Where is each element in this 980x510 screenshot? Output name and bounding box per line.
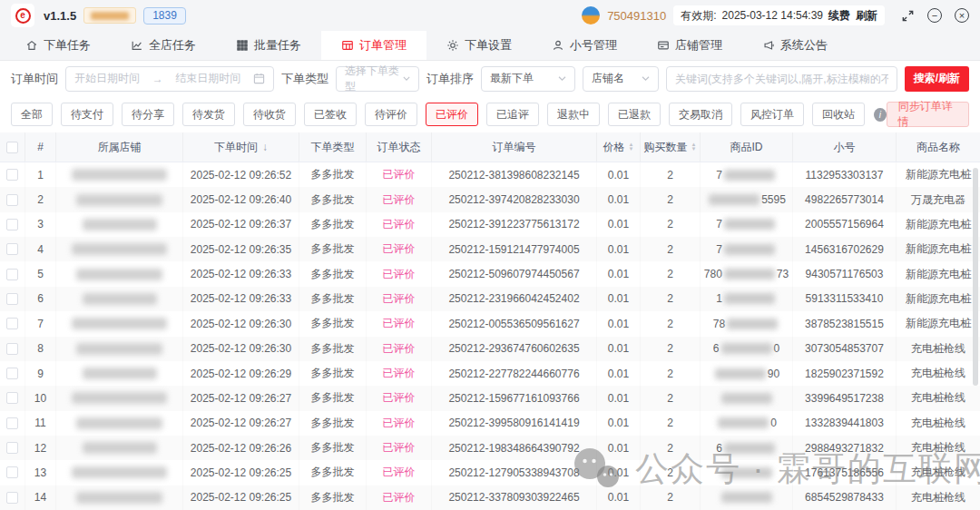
status-badge: 已评价: [383, 267, 416, 282]
order-no-cell: 250212-127905338943708: [432, 460, 597, 485]
row-index: 4: [25, 237, 56, 261]
validity-label: 有效期:: [681, 8, 716, 24]
price-cell: 0.01: [597, 311, 641, 336]
nav-item-batch-task[interactable]: 批量任务: [216, 31, 321, 60]
row-index: 14: [25, 485, 56, 510]
row-index: 8: [25, 337, 56, 361]
account-cell: 3073054853707: [793, 337, 897, 361]
nav-item-account-manage[interactable]: 小号管理: [532, 31, 637, 60]
status-tab[interactable]: 已签收: [304, 103, 357, 126]
nav-item-system-notice[interactable]: 系统公告: [742, 31, 848, 60]
product-name-cell: 新能源充电桩: [897, 311, 980, 336]
shop-name-redacted: [72, 466, 167, 478]
refresh-link[interactable]: 刷新: [856, 8, 877, 24]
product-id-redacted: [724, 293, 775, 304]
row-checkbox[interactable]: [6, 169, 18, 181]
col-header-price[interactable]: 价格 ▲▼: [597, 132, 641, 162]
order-no-cell: 250212-509607974450567: [432, 261, 597, 286]
nav-item-order-manage[interactable]: 订单管理: [321, 31, 426, 60]
status-badge: 已评价: [383, 490, 416, 505]
search-refresh-button[interactable]: 搜索/刷新: [905, 66, 969, 92]
date-start-placeholder: 开始日期时间: [74, 71, 140, 86]
status-tab[interactable]: 待发货: [182, 103, 235, 126]
status-badge: 已评价: [383, 341, 416, 357]
product-id-visible-suffix: 90: [768, 368, 779, 380]
col-header-index: #: [25, 132, 56, 162]
row-checkbox[interactable]: [6, 269, 18, 280]
status-badge: 已评价: [383, 167, 416, 182]
product-name-cell: 新能源充电桩: [897, 261, 980, 286]
sort-carets-icon[interactable]: ▲▼: [629, 142, 634, 152]
status-tab[interactable]: 待支付: [61, 103, 113, 126]
top-bar: e v1.1.5 1839 750491310 有效期: 2025-03-12 …: [0, 0, 980, 31]
status-tab[interactable]: 待收货: [243, 103, 296, 126]
select-all-checkbox[interactable]: [6, 142, 18, 153]
row-checkbox[interactable]: [6, 194, 18, 206]
status-badge: 已评价: [383, 291, 416, 307]
order-type-cell: 多多批发: [299, 411, 367, 436]
status-tab[interactable]: 已评价: [426, 103, 478, 126]
status-tab[interactable]: 交易取消: [669, 103, 732, 126]
row-checkbox[interactable]: [6, 293, 18, 305]
order-type-cell: 多多批发: [299, 436, 367, 460]
row-checkbox[interactable]: [6, 343, 18, 355]
row-checkbox[interactable]: [6, 417, 18, 429]
account-cell: 9430571176503: [793, 261, 897, 286]
renew-link[interactable]: 续费: [828, 8, 850, 24]
status-tab[interactable]: 全部: [11, 103, 53, 126]
info-icon[interactable]: i: [874, 108, 887, 122]
row-checkbox[interactable]: [6, 219, 18, 230]
sync-order-details-button[interactable]: 同步订单详情: [887, 102, 969, 127]
sort-desc-icon[interactable]: ↓: [262, 141, 268, 153]
order-type-cell: 多多批发: [299, 460, 367, 485]
row-checkbox[interactable]: [6, 492, 18, 504]
status-tab[interactable]: 待分享: [122, 103, 174, 126]
nav-label: 订单管理: [359, 37, 407, 54]
col-header-quantity[interactable]: 购买数量 ▲▼: [641, 132, 701, 162]
status-tab[interactable]: 待评价: [365, 103, 417, 126]
product-id-visible-prefix: 7: [716, 243, 722, 256]
quantity-cell: 2: [641, 411, 701, 436]
row-checkbox[interactable]: [6, 442, 18, 454]
product-id-redacted: [727, 319, 778, 329]
nav-item-shop-manage[interactable]: 店铺管理: [637, 31, 742, 60]
status-tab[interactable]: 已退款: [608, 103, 661, 126]
date-range-input[interactable]: 开始日期时间 → 结束日期时间: [65, 66, 274, 92]
nav-item-order-task[interactable]: 下单任务: [5, 31, 111, 60]
validity-pill: 有效期: 2025-03-12 14:54:39 续费 刷新: [673, 5, 885, 25]
home-icon: [25, 39, 38, 52]
status-tab[interactable]: 退款中: [547, 103, 600, 126]
order-type-label: 下单类型: [281, 71, 328, 87]
status-tab[interactable]: 回收站: [812, 103, 865, 126]
order-sort-select[interactable]: 最新下单: [481, 66, 575, 92]
fullscreen-icon[interactable]: [901, 9, 915, 23]
status-tab[interactable]: 已追评: [486, 103, 539, 126]
row-checkbox[interactable]: [6, 318, 18, 329]
row-checkbox[interactable]: [6, 243, 18, 255]
close-icon[interactable]: ×: [955, 8, 969, 23]
status-tab[interactable]: 风控订单: [740, 103, 804, 126]
row-checkbox[interactable]: [6, 368, 18, 379]
product-id-visible-prefix: 7: [716, 169, 722, 181]
price-cell: 0.01: [597, 162, 641, 187]
order-time-cell: 2025-02-12 09:26:25: [183, 485, 299, 510]
row-checkbox[interactable]: [6, 392, 18, 404]
nav-item-store-task[interactable]: 全店任务: [111, 31, 216, 60]
minimize-icon[interactable]: −: [927, 8, 942, 23]
col-header-order-time[interactable]: 下单时间 ↓: [183, 132, 299, 162]
order-type-select[interactable]: 选择下单类型: [336, 66, 419, 92]
keyword-input[interactable]: [675, 73, 888, 85]
shop-name-redacted: [72, 318, 167, 329]
shop-field-select[interactable]: 店铺名: [583, 66, 659, 92]
table-row: 7 2025-02-12 09:26:30 多多批发 已评价 250212-00…: [0, 311, 980, 336]
product-id-visible-prefix: 6: [713, 342, 720, 355]
product-id-visible-suffix: 5595: [761, 193, 786, 206]
sort-carets-icon[interactable]: ▲▼: [691, 142, 697, 152]
shop-name-redacted: [76, 417, 162, 429]
nav-item-order-settings[interactable]: 下单设置: [426, 31, 532, 60]
row-index: 7: [25, 311, 56, 336]
vertical-scrollbar-thumb[interactable]: [973, 168, 978, 386]
product-name-cell: 万晟充电器: [897, 187, 980, 211]
row-checkbox[interactable]: [6, 466, 18, 478]
user-avatar[interactable]: [582, 6, 600, 25]
